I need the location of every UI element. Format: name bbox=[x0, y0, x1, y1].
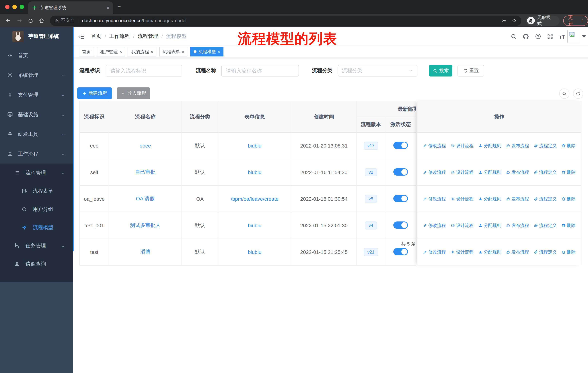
action-发布流程[interactable]: 发布流程 bbox=[506, 249, 529, 255]
sidebar-item-流程管理[interactable]: 流程管理 bbox=[0, 163, 73, 182]
sidebar-item-研发工具[interactable]: 研发工具 bbox=[0, 124, 73, 144]
zoom-window-button[interactable] bbox=[20, 5, 24, 9]
fullscreen-icon[interactable] bbox=[547, 33, 554, 40]
action-删除[interactable]: 删除 bbox=[561, 249, 576, 255]
action-设计流程[interactable]: 设计流程 bbox=[451, 143, 473, 149]
close-tag-icon[interactable]: × bbox=[218, 50, 220, 54]
action-流程定义[interactable]: 流程定义 bbox=[534, 222, 557, 229]
filter-category-select[interactable]: 流程分类 bbox=[338, 65, 417, 77]
close-tag-icon[interactable]: × bbox=[120, 50, 122, 54]
action-分配规则[interactable]: 分配规则 bbox=[478, 222, 501, 229]
home-icon[interactable] bbox=[38, 18, 45, 24]
refresh-table-button[interactable] bbox=[573, 89, 583, 99]
action-流程定义[interactable]: 流程定义 bbox=[534, 143, 557, 149]
back-icon[interactable] bbox=[5, 18, 11, 24]
action-发布流程[interactable]: 发布流程 bbox=[506, 169, 529, 175]
security-status[interactable]: 不安全 bbox=[54, 18, 74, 24]
action-删除[interactable]: 删除 bbox=[561, 222, 576, 229]
sidebar-item-工作流程[interactable]: 工作流程 bbox=[0, 144, 73, 163]
active-toggle[interactable] bbox=[393, 221, 408, 229]
sidebar-item-支付管理[interactable]: 支付管理 bbox=[0, 85, 73, 105]
font-size-icon[interactable]: ᴛT bbox=[559, 33, 565, 40]
action-修改流程[interactable]: 修改流程 bbox=[423, 169, 446, 175]
user-avatar[interactable] bbox=[567, 30, 580, 43]
bookmark-star-icon[interactable] bbox=[511, 18, 517, 23]
active-toggle[interactable] bbox=[393, 141, 408, 149]
action-删除[interactable]: 删除 bbox=[561, 169, 576, 175]
github-icon[interactable] bbox=[523, 33, 529, 40]
process-name-link[interactable]: 自己审批 bbox=[135, 169, 156, 175]
new-tab-button[interactable]: + bbox=[117, 4, 121, 10]
close-window-button[interactable] bbox=[5, 5, 10, 9]
menu-dots-icon[interactable] bbox=[580, 18, 585, 23]
key-icon[interactable] bbox=[501, 18, 506, 23]
action-流程定义[interactable]: 流程定义 bbox=[534, 196, 557, 202]
filter-name-input[interactable] bbox=[221, 65, 299, 77]
action-修改流程[interactable]: 修改流程 bbox=[423, 143, 446, 149]
tag-我的流程[interactable]: 我的流程× bbox=[128, 47, 156, 56]
forward-icon[interactable] bbox=[16, 18, 23, 24]
search-button[interactable]: 搜索 bbox=[429, 65, 452, 77]
action-设计流程[interactable]: 设计流程 bbox=[451, 196, 473, 202]
active-toggle[interactable] bbox=[393, 168, 408, 175]
import-process-button[interactable]: 导入流程 bbox=[117, 87, 150, 99]
sidebar-scrollbar-thumb[interactable] bbox=[73, 27, 74, 251]
browser-tab[interactable]: 芋道管理系统 × bbox=[28, 1, 113, 14]
form-info-link[interactable]: biubiu bbox=[248, 169, 262, 175]
action-分配规则[interactable]: 分配规则 bbox=[478, 143, 501, 149]
sidebar-item-基础设施[interactable]: 基础设施 bbox=[0, 105, 73, 124]
show-search-toggle-button[interactable] bbox=[559, 89, 569, 99]
sidebar-item-流程表单[interactable]: 流程表单 bbox=[0, 182, 73, 200]
action-发布流程[interactable]: 发布流程 bbox=[506, 222, 529, 229]
breadcrumb-item[interactable]: 首页 bbox=[91, 33, 101, 40]
address-bar[interactable]: 不安全 dashboard.yudao.iocoder.cn/bpm/manag… bbox=[50, 15, 521, 26]
form-info-link[interactable]: biubiu bbox=[248, 143, 262, 149]
tag-流程模型[interactable]: 流程模型× bbox=[190, 47, 223, 56]
sidebar-item-用户分组[interactable]: 用户分组 bbox=[0, 200, 73, 218]
sidebar-item-流程模型[interactable]: 流程模型 bbox=[0, 218, 73, 236]
breadcrumb-item[interactable]: 工作流程 bbox=[109, 33, 130, 40]
action-修改流程[interactable]: 修改流程 bbox=[423, 222, 446, 229]
process-name-link[interactable]: 滔博 bbox=[140, 249, 150, 255]
create-process-button[interactable]: 新建流程 bbox=[77, 87, 112, 99]
sidebar-item-系统管理[interactable]: 系统管理 bbox=[0, 65, 73, 85]
help-icon[interactable] bbox=[535, 33, 542, 40]
action-分配规则[interactable]: 分配规则 bbox=[478, 169, 501, 175]
tag-流程表单[interactable]: 流程表单× bbox=[159, 47, 188, 56]
action-发布流程[interactable]: 发布流程 bbox=[506, 143, 529, 149]
sidebar-item-任务管理[interactable]: 任务管理 bbox=[0, 236, 73, 255]
browser-update-button[interactable]: 更新 bbox=[563, 15, 588, 26]
breadcrumb-item[interactable]: 流程管理 bbox=[138, 33, 158, 40]
reload-icon[interactable] bbox=[28, 18, 33, 23]
action-修改流程[interactable]: 修改流程 bbox=[423, 196, 446, 202]
close-tab-icon[interactable]: × bbox=[107, 5, 109, 10]
action-分配规则[interactable]: 分配规则 bbox=[478, 249, 501, 255]
form-info-link[interactable]: biubiu bbox=[248, 249, 262, 255]
close-tag-icon[interactable]: × bbox=[151, 50, 153, 54]
action-设计流程[interactable]: 设计流程 bbox=[451, 249, 473, 255]
process-name-link[interactable]: eeee bbox=[140, 143, 151, 149]
process-name-link[interactable]: OA 请假 bbox=[136, 196, 155, 202]
action-删除[interactable]: 删除 bbox=[561, 143, 576, 149]
action-发布流程[interactable]: 发布流程 bbox=[506, 196, 529, 202]
close-tag-icon[interactable]: × bbox=[182, 50, 184, 54]
avatar-caret-icon[interactable] bbox=[582, 35, 586, 38]
sidebar-item-请假查询[interactable]: 请假查询 bbox=[0, 255, 73, 273]
filter-id-input[interactable] bbox=[106, 65, 182, 77]
action-分配规则[interactable]: 分配规则 bbox=[478, 196, 501, 202]
action-设计流程[interactable]: 设计流程 bbox=[451, 222, 473, 229]
active-toggle[interactable] bbox=[393, 195, 408, 202]
tag-租户管理[interactable]: 租户管理× bbox=[97, 47, 125, 56]
tag-首页[interactable]: 首页 bbox=[79, 47, 94, 56]
action-流程定义[interactable]: 流程定义 bbox=[534, 249, 557, 255]
action-设计流程[interactable]: 设计流程 bbox=[451, 169, 473, 175]
form-info-link[interactable]: /bpm/oa/leave/create bbox=[231, 196, 279, 202]
action-流程定义[interactable]: 流程定义 bbox=[534, 169, 557, 175]
sidebar-item-首页[interactable]: 首页 bbox=[0, 46, 73, 65]
action-删除[interactable]: 删除 bbox=[561, 196, 576, 202]
header-search-icon[interactable] bbox=[511, 33, 517, 40]
action-修改流程[interactable]: 修改流程 bbox=[423, 249, 446, 255]
form-info-link[interactable]: biubiu bbox=[248, 222, 262, 228]
collapse-sidebar-icon[interactable] bbox=[78, 33, 85, 40]
reset-button[interactable]: 重置 bbox=[458, 65, 484, 77]
